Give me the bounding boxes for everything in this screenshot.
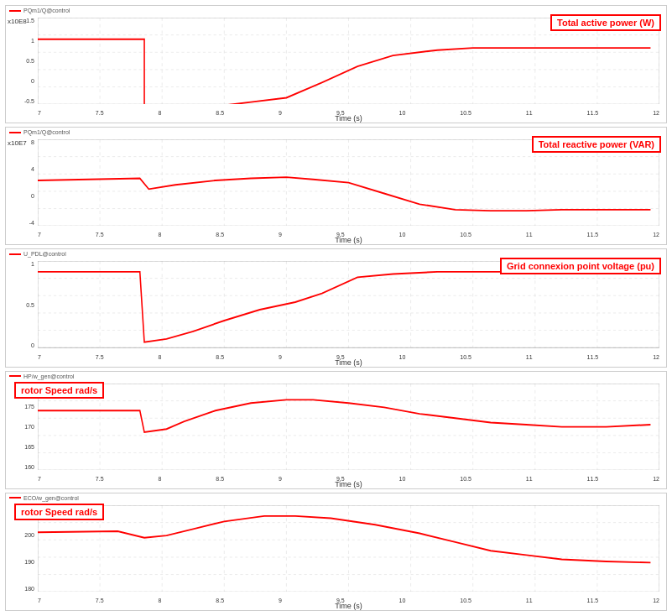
- y-tick-label: 0.5: [8, 58, 34, 64]
- y-tick-label: 165: [8, 444, 34, 450]
- y-tick-label: 0: [8, 342, 34, 348]
- y-tick-label: 190: [8, 559, 34, 565]
- chart-panel-4: HP/w_gen@control77.588.599.51010.51111.5…: [5, 371, 667, 489]
- x-tick-label: 9: [279, 598, 282, 603]
- chart-svg-5: [38, 505, 659, 592]
- x-tick-label: 7.5: [96, 354, 104, 360]
- x-tick-label: 10: [399, 110, 406, 116]
- y-tick-label: 1: [8, 38, 34, 44]
- x-tick-label: 7: [38, 232, 41, 238]
- x-tick-label: 7: [38, 598, 41, 603]
- x-tick-label: 9: [279, 232, 282, 238]
- chart-svg-4: [38, 384, 659, 470]
- y-tick-label: 175: [8, 404, 34, 410]
- x-tick-label: 10.5: [460, 110, 471, 116]
- y-tick-label: 0: [8, 193, 34, 199]
- annotation-3: Grid connexion point voltage (pu): [500, 258, 661, 274]
- annotation-4: rotor Speed rad/s: [14, 382, 104, 399]
- legend-1: PQm1/Q@control: [9, 8, 70, 13]
- x-tick-label: 10: [399, 598, 406, 603]
- charts-container: PQm1/Q@controlx10E877.588.599.51010.5111…: [0, 0, 672, 616]
- y-tick-label: 180: [8, 586, 34, 592]
- x-tick-label: 8.5: [216, 232, 224, 238]
- y-tick-label: 160: [8, 464, 34, 470]
- chart-panel-5: ECO/w_gen@control77.588.599.51010.51111.…: [5, 493, 667, 611]
- x-tick-label: 9: [279, 110, 282, 116]
- chart-panel-2: PQm1/Q@controlx10E777.588.599.51010.5111…: [5, 127, 667, 245]
- chart-area-4: 77.588.599.51010.51111.512Time (s)160165…: [38, 384, 659, 470]
- x-tick-label: 11.5: [587, 354, 599, 360]
- y-tick-label: 170: [8, 424, 34, 430]
- x-tick-label: 11: [526, 476, 533, 482]
- x-tick-label: 10.5: [460, 598, 471, 603]
- y-tick-label: 200: [8, 532, 34, 538]
- x-tick-label: 8.5: [216, 354, 224, 360]
- legend-3: U_PDL@control: [9, 251, 66, 257]
- annotation-1: Total active power (W): [550, 14, 661, 31]
- x-tick-label: 8: [159, 232, 162, 238]
- x-tick-label: 8.5: [216, 598, 224, 603]
- x-label-3: Time (s): [335, 358, 362, 367]
- chart-area-5: 77.588.599.51010.51111.512Time (s)180190…: [38, 505, 659, 592]
- x-tick-label: 12: [653, 232, 659, 238]
- x-tick-label: 8: [159, 598, 162, 603]
- x-tick-label: 8.5: [216, 110, 224, 116]
- x-tick-label: 10: [399, 232, 406, 238]
- x-label-1: Time (s): [335, 114, 362, 123]
- x-tick-label: 11: [526, 110, 533, 116]
- y-tick-label: 1: [8, 261, 34, 267]
- x-tick-label: 12: [653, 110, 659, 116]
- y-tick-label: 1.5: [8, 18, 34, 23]
- x-tick-label: 11.5: [587, 476, 599, 482]
- x-tick-label: 11: [526, 232, 533, 238]
- x-tick-label: 12: [653, 354, 659, 360]
- x-tick-label: 7.5: [96, 110, 104, 116]
- x-tick-label: 7: [38, 476, 41, 482]
- x-tick-label: 8.5: [216, 476, 224, 482]
- x-label-5: Time (s): [335, 602, 362, 610]
- x-label-4: Time (s): [335, 480, 362, 488]
- y-tick-label: 8: [8, 139, 34, 145]
- x-tick-label: 7: [38, 110, 41, 116]
- x-tick-label: 8: [159, 476, 162, 482]
- x-tick-label: 7: [38, 354, 41, 360]
- x-tick-label: 11.5: [587, 598, 599, 603]
- legend-2: PQm1/Q@control: [9, 129, 70, 135]
- x-tick-label: 11.5: [587, 110, 599, 116]
- x-tick-label: 7.5: [96, 476, 104, 482]
- x-label-2: Time (s): [335, 236, 362, 244]
- y-tick-label: -0.5: [8, 98, 34, 104]
- legend-4: HP/w_gen@control: [9, 373, 74, 379]
- x-tick-label: 10: [399, 476, 406, 482]
- x-tick-label: 7.5: [96, 598, 104, 603]
- x-tick-label: 8: [159, 110, 162, 116]
- x-tick-label: 10.5: [460, 232, 471, 238]
- x-tick-label: 9: [279, 354, 282, 360]
- annotation-2: Total reactive power (VAR): [532, 136, 661, 153]
- y-tick-label: -4: [8, 220, 34, 226]
- x-tick-label: 11: [526, 598, 533, 603]
- legend-5: ECO/w_gen@control: [9, 495, 79, 501]
- chart-panel-3: U_PDL@control77.588.599.51010.51111.512T…: [5, 248, 667, 367]
- chart-panel-1: PQm1/Q@controlx10E877.588.599.51010.5111…: [5, 5, 667, 123]
- x-tick-label: 7.5: [96, 232, 104, 238]
- x-tick-label: 10: [399, 354, 406, 360]
- x-tick-label: 9: [279, 476, 282, 482]
- x-tick-label: 10.5: [460, 476, 471, 482]
- x-tick-label: 11.5: [587, 232, 599, 238]
- annotation-5: rotor Speed rad/s: [14, 504, 104, 520]
- y-tick-label: 0.5: [8, 302, 34, 308]
- x-tick-label: 12: [653, 476, 659, 482]
- y-tick-label: 0: [8, 78, 34, 84]
- x-tick-label: 12: [653, 598, 659, 603]
- x-tick-label: 8: [159, 354, 162, 360]
- y-tick-label: 4: [8, 166, 34, 172]
- x-tick-label: 11: [526, 354, 533, 360]
- x-tick-label: 10.5: [460, 354, 471, 360]
